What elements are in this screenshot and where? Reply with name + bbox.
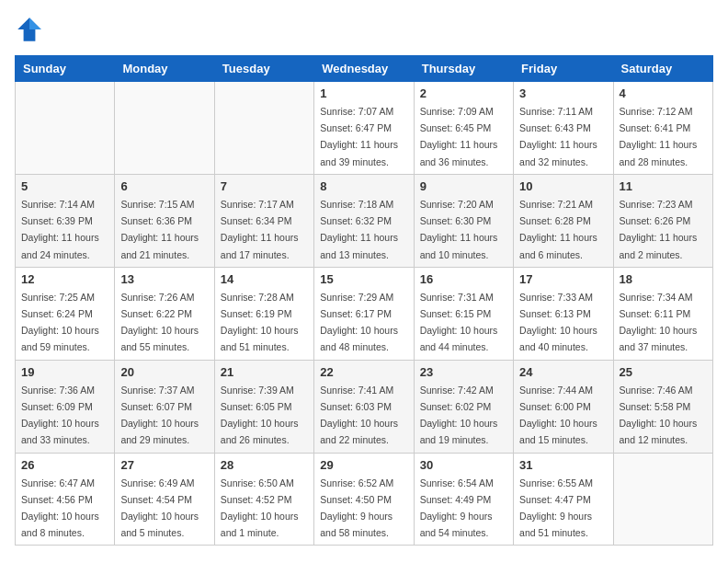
calendar-week-row: 1 Sunrise: 7:07 AMSunset: 6:47 PMDayligh… xyxy=(16,82,713,175)
calendar-cell: 19 Sunrise: 7:36 AMSunset: 6:09 PMDaylig… xyxy=(16,360,115,453)
day-number: 18 xyxy=(620,272,707,286)
day-number: 28 xyxy=(221,458,308,472)
calendar-cell: 13 Sunrise: 7:26 AMSunset: 6:22 PMDaylig… xyxy=(115,267,214,360)
calendar-cell: 12 Sunrise: 7:25 AMSunset: 6:24 PMDaylig… xyxy=(16,267,115,360)
day-info: Sunrise: 7:23 AMSunset: 6:26 PMDaylight:… xyxy=(620,199,698,260)
weekday-header-thursday: Thursday xyxy=(414,56,513,82)
calendar-cell xyxy=(16,82,115,175)
day-info: Sunrise: 7:14 AMSunset: 6:39 PMDaylight:… xyxy=(21,199,99,260)
calendar-cell: 7 Sunrise: 7:17 AMSunset: 6:34 PMDayligh… xyxy=(214,174,313,267)
weekday-header-friday: Friday xyxy=(514,56,613,82)
calendar-cell: 22 Sunrise: 7:41 AMSunset: 6:03 PMDaylig… xyxy=(314,360,414,453)
logo xyxy=(15,15,48,44)
day-info: Sunrise: 7:44 AMSunset: 6:00 PMDaylight:… xyxy=(519,385,597,446)
day-info: Sunrise: 7:07 AMSunset: 6:47 PMDaylight:… xyxy=(320,106,398,167)
calendar-cell: 21 Sunrise: 7:39 AMSunset: 6:05 PMDaylig… xyxy=(214,360,313,453)
day-info: Sunrise: 7:17 AMSunset: 6:34 PMDaylight:… xyxy=(221,199,299,260)
day-number: 20 xyxy=(120,365,208,379)
day-number: 1 xyxy=(320,86,407,100)
day-number: 21 xyxy=(221,365,308,379)
calendar-cell: 9 Sunrise: 7:20 AMSunset: 6:30 PMDayligh… xyxy=(414,174,513,267)
calendar-cell: 1 Sunrise: 7:07 AMSunset: 6:47 PMDayligh… xyxy=(314,82,414,175)
calendar-cell: 27 Sunrise: 6:49 AMSunset: 4:54 PMDaylig… xyxy=(115,453,214,546)
day-info: Sunrise: 7:34 AMSunset: 6:11 PMDaylight:… xyxy=(620,292,698,353)
calendar-cell: 29 Sunrise: 6:52 AMSunset: 4:50 PMDaylig… xyxy=(314,453,414,546)
calendar-cell: 11 Sunrise: 7:23 AMSunset: 6:26 PMDaylig… xyxy=(613,174,712,267)
logo-icon xyxy=(15,15,44,44)
day-number: 30 xyxy=(420,458,507,472)
day-info: Sunrise: 7:09 AMSunset: 6:45 PMDaylight:… xyxy=(420,106,498,167)
calendar-cell: 24 Sunrise: 7:44 AMSunset: 6:00 PMDaylig… xyxy=(514,360,613,453)
day-info: Sunrise: 7:42 AMSunset: 6:02 PMDaylight:… xyxy=(420,385,498,446)
day-info: Sunrise: 7:21 AMSunset: 6:28 PMDaylight:… xyxy=(519,199,597,260)
day-number: 14 xyxy=(221,272,308,286)
calendar-cell: 20 Sunrise: 7:37 AMSunset: 6:07 PMDaylig… xyxy=(115,360,214,453)
day-number: 9 xyxy=(420,179,507,193)
day-number: 15 xyxy=(320,272,407,286)
calendar-week-row: 26 Sunrise: 6:47 AMSunset: 4:56 PMDaylig… xyxy=(16,453,713,546)
day-info: Sunrise: 7:15 AMSunset: 6:36 PMDaylight:… xyxy=(120,199,199,260)
day-number: 11 xyxy=(620,179,707,193)
day-number: 16 xyxy=(420,272,507,286)
day-number: 17 xyxy=(519,272,607,286)
day-info: Sunrise: 7:12 AMSunset: 6:41 PMDaylight:… xyxy=(620,106,698,167)
page-header xyxy=(15,15,713,44)
calendar-cell: 23 Sunrise: 7:42 AMSunset: 6:02 PMDaylig… xyxy=(414,360,513,453)
weekday-header-sunday: Sunday xyxy=(16,56,115,82)
calendar-cell: 2 Sunrise: 7:09 AMSunset: 6:45 PMDayligh… xyxy=(414,82,513,175)
day-number: 10 xyxy=(519,179,607,193)
calendar-cell: 18 Sunrise: 7:34 AMSunset: 6:11 PMDaylig… xyxy=(613,267,712,360)
calendar-cell: 14 Sunrise: 7:28 AMSunset: 6:19 PMDaylig… xyxy=(214,267,313,360)
day-number: 7 xyxy=(221,179,308,193)
day-info: Sunrise: 6:54 AMSunset: 4:49 PMDaylight:… xyxy=(420,477,494,539)
day-number: 27 xyxy=(120,458,208,472)
calendar-cell: 31 Sunrise: 6:55 AMSunset: 4:47 PMDaylig… xyxy=(514,453,613,546)
day-info: Sunrise: 7:25 AMSunset: 6:24 PMDaylight:… xyxy=(21,292,99,353)
day-info: Sunrise: 7:18 AMSunset: 6:32 PMDaylight:… xyxy=(320,199,398,260)
day-number: 3 xyxy=(519,86,607,100)
day-info: Sunrise: 6:50 AMSunset: 4:52 PMDaylight:… xyxy=(221,477,299,539)
day-number: 25 xyxy=(620,365,707,379)
calendar-week-row: 19 Sunrise: 7:36 AMSunset: 6:09 PMDaylig… xyxy=(16,360,713,453)
weekday-header-wednesday: Wednesday xyxy=(314,56,414,82)
calendar-cell: 16 Sunrise: 7:31 AMSunset: 6:15 PMDaylig… xyxy=(414,267,513,360)
calendar-table: SundayMondayTuesdayWednesdayThursdayFrid… xyxy=(15,55,713,546)
weekday-header-saturday: Saturday xyxy=(613,56,712,82)
calendar-cell xyxy=(115,82,214,175)
day-number: 24 xyxy=(519,365,607,379)
svg-marker-1 xyxy=(29,17,41,29)
day-number: 4 xyxy=(620,86,707,100)
calendar-cell: 10 Sunrise: 7:21 AMSunset: 6:28 PMDaylig… xyxy=(514,174,613,267)
day-number: 6 xyxy=(120,179,208,193)
day-number: 23 xyxy=(420,365,507,379)
calendar-cell: 8 Sunrise: 7:18 AMSunset: 6:32 PMDayligh… xyxy=(314,174,414,267)
day-number: 31 xyxy=(519,458,607,472)
calendar-week-row: 12 Sunrise: 7:25 AMSunset: 6:24 PMDaylig… xyxy=(16,267,713,360)
day-info: Sunrise: 7:11 AMSunset: 6:43 PMDaylight:… xyxy=(519,106,597,167)
calendar-cell xyxy=(613,453,712,546)
calendar-week-row: 5 Sunrise: 7:14 AMSunset: 6:39 PMDayligh… xyxy=(16,174,713,267)
calendar-cell: 3 Sunrise: 7:11 AMSunset: 6:43 PMDayligh… xyxy=(514,82,613,175)
calendar-cell xyxy=(214,82,313,175)
day-number: 26 xyxy=(21,458,108,472)
day-info: Sunrise: 7:26 AMSunset: 6:22 PMDaylight:… xyxy=(120,292,199,353)
weekday-header-monday: Monday xyxy=(115,56,214,82)
calendar-cell: 4 Sunrise: 7:12 AMSunset: 6:41 PMDayligh… xyxy=(613,82,712,175)
day-info: Sunrise: 7:31 AMSunset: 6:15 PMDaylight:… xyxy=(420,292,498,353)
day-number: 12 xyxy=(21,272,108,286)
day-number: 8 xyxy=(320,179,407,193)
day-info: Sunrise: 7:39 AMSunset: 6:05 PMDaylight:… xyxy=(221,385,299,446)
day-number: 5 xyxy=(21,179,108,193)
day-info: Sunrise: 6:47 AMSunset: 4:56 PMDaylight:… xyxy=(21,477,99,539)
calendar-cell: 28 Sunrise: 6:50 AMSunset: 4:52 PMDaylig… xyxy=(214,453,313,546)
day-info: Sunrise: 6:49 AMSunset: 4:54 PMDaylight:… xyxy=(120,477,199,539)
day-number: 2 xyxy=(420,86,507,100)
day-number: 29 xyxy=(320,458,407,472)
day-info: Sunrise: 6:52 AMSunset: 4:50 PMDaylight:… xyxy=(320,477,393,539)
calendar-cell: 30 Sunrise: 6:54 AMSunset: 4:49 PMDaylig… xyxy=(414,453,513,546)
weekday-header-tuesday: Tuesday xyxy=(214,56,313,82)
calendar-cell: 25 Sunrise: 7:46 AMSunset: 5:58 PMDaylig… xyxy=(613,360,712,453)
day-info: Sunrise: 7:33 AMSunset: 6:13 PMDaylight:… xyxy=(519,292,597,353)
day-info: Sunrise: 7:29 AMSunset: 6:17 PMDaylight:… xyxy=(320,292,398,353)
calendar-cell: 26 Sunrise: 6:47 AMSunset: 4:56 PMDaylig… xyxy=(16,453,115,546)
